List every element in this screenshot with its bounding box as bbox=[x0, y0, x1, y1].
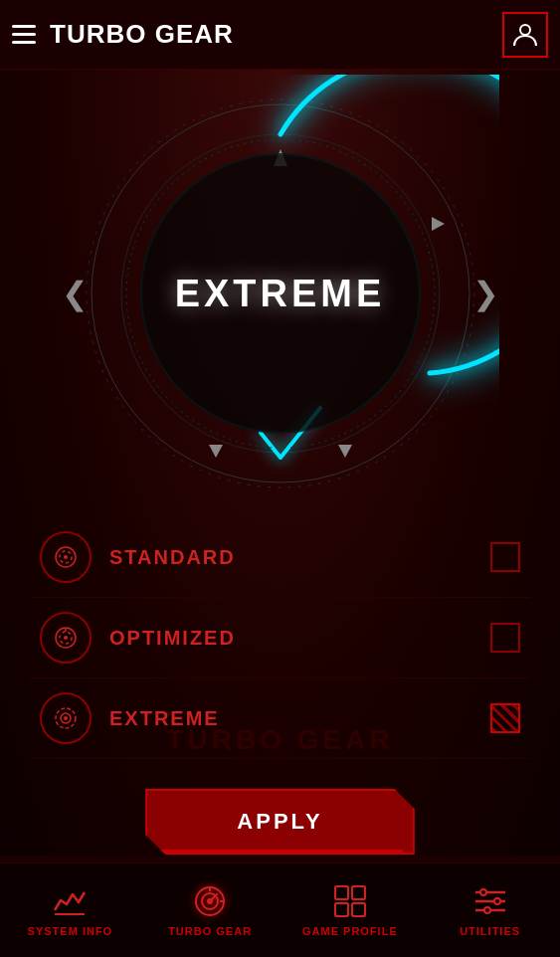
nav-utilities[interactable]: UTILITIES bbox=[420, 883, 560, 937]
apply-btn-container: APPLY bbox=[145, 789, 414, 855]
nav-game-profile[interactable]: GAME PROFILE bbox=[280, 883, 421, 937]
option-standard[interactable]: STANDARD bbox=[30, 517, 530, 598]
header: TURBO GEAR bbox=[0, 0, 560, 70]
utilities-icon bbox=[472, 883, 508, 919]
nav-label-game-profile: GAME PROFILE bbox=[302, 925, 398, 937]
prev-mode-button[interactable]: ❮ bbox=[62, 275, 89, 312]
option-label-standard: STANDARD bbox=[109, 546, 490, 569]
options-list: STANDARD OPTIMIZED bbox=[0, 517, 560, 759]
svg-point-15 bbox=[64, 636, 68, 640]
svg-marker-6 bbox=[209, 445, 223, 458]
option-extreme[interactable]: EXTREME bbox=[30, 678, 530, 759]
svg-marker-7 bbox=[338, 445, 352, 458]
svg-point-34 bbox=[480, 889, 486, 895]
svg-rect-29 bbox=[335, 903, 348, 916]
nav-label-system-info: SYSTEM INFO bbox=[28, 925, 113, 937]
checkbox-optimized[interactable] bbox=[490, 623, 520, 653]
nav-turbo-gear[interactable]: TURBO GEAR bbox=[140, 883, 280, 937]
option-optimized[interactable]: OPTIMIZED bbox=[30, 598, 530, 678]
svg-point-0 bbox=[520, 25, 530, 35]
option-icon-standard bbox=[40, 531, 92, 583]
turbo-gear-icon bbox=[192, 883, 228, 919]
svg-point-35 bbox=[494, 898, 500, 904]
svg-point-12 bbox=[64, 555, 68, 559]
nav-label-turbo-gear: TURBO GEAR bbox=[168, 925, 252, 937]
current-mode-label: EXTREME bbox=[175, 273, 386, 315]
menu-button[interactable] bbox=[12, 25, 36, 44]
svg-rect-27 bbox=[335, 886, 348, 899]
header-left: TURBO GEAR bbox=[12, 19, 234, 50]
nav-system-info[interactable]: SYSTEM INFO bbox=[0, 883, 140, 937]
svg-point-36 bbox=[484, 907, 490, 913]
apply-button[interactable]: APPLY bbox=[145, 789, 414, 855]
app-title: TURBO GEAR bbox=[50, 19, 234, 50]
svg-rect-28 bbox=[352, 886, 365, 899]
next-mode-button[interactable]: ❯ bbox=[472, 275, 499, 312]
checkbox-standard[interactable] bbox=[490, 542, 520, 572]
checkbox-extreme[interactable] bbox=[490, 703, 520, 733]
system-info-icon bbox=[52, 883, 88, 919]
dial-container: ❮ ❯ EXTREME bbox=[42, 80, 519, 507]
profile-button[interactable] bbox=[502, 12, 548, 58]
game-profile-icon bbox=[332, 883, 368, 919]
nav-label-utilities: UTILITIES bbox=[460, 925, 520, 937]
profile-icon bbox=[512, 22, 538, 48]
svg-marker-5 bbox=[432, 217, 445, 231]
main-content: ❮ ❯ EXTREME STANDARD bbox=[0, 70, 560, 856]
option-label-extreme: EXTREME bbox=[109, 707, 490, 730]
bottom-nav: SYSTEM INFO TURBO GEAR bbox=[0, 862, 560, 957]
svg-line-24 bbox=[210, 894, 217, 901]
svg-point-19 bbox=[64, 716, 68, 720]
svg-rect-30 bbox=[352, 903, 365, 916]
option-label-optimized: OPTIMIZED bbox=[109, 627, 490, 650]
option-icon-optimized bbox=[40, 612, 92, 664]
option-icon-extreme bbox=[40, 692, 92, 744]
